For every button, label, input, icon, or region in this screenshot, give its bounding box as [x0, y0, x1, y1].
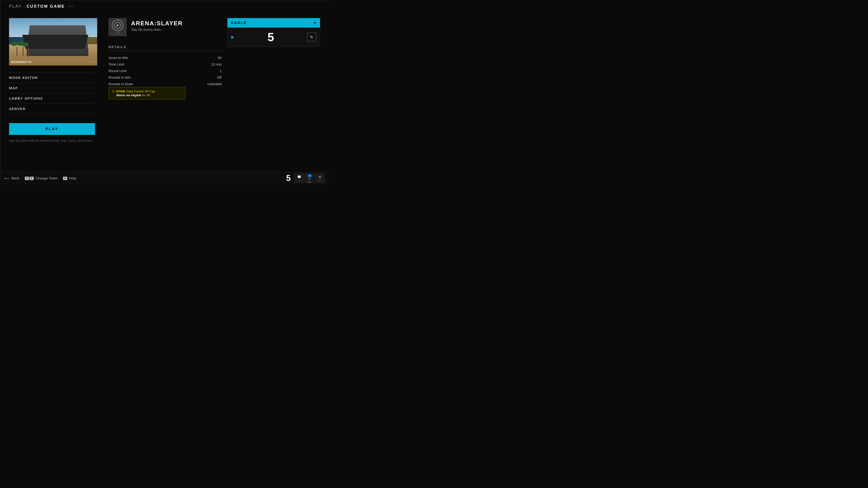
- detail-value-rounds-draw: Unlimited: [207, 82, 221, 86]
- detail-label-rounds-draw: Rounds to Draw: [108, 82, 133, 86]
- top-border: [0, 0, 329, 0]
- team-arrow-icon: ▶: [231, 35, 235, 39]
- palm-tree-3: [25, 43, 32, 57]
- xp-not-eligible-suffix: for XP: [142, 94, 150, 97]
- help-action[interactable]: G Help: [63, 176, 76, 180]
- detail-label-round-limit: Round Limit: [108, 69, 127, 73]
- map-building-underside: [22, 35, 89, 49]
- refresh-icon: ↻: [310, 35, 313, 39]
- xp-not-eligible-bold: Match not eligible: [116, 94, 141, 97]
- detail-value-rounds-win: Off: [217, 75, 221, 79]
- play-button-label: PLAY: [45, 127, 58, 131]
- players-key: Tab: [307, 181, 311, 183]
- xp-warning: ⚠ 0/7500 Daily Custom XP Cap Match not e…: [108, 87, 185, 99]
- team-content: ▶ 5 ↻: [227, 28, 320, 47]
- palm-leaves-3: [22, 42, 29, 47]
- xp-cap-amount: 0/7500: [116, 90, 125, 93]
- mode-icon-circle: [114, 22, 121, 29]
- xp-warning-line1: ⚠ 0/7500 Daily Custom XP Cap: [112, 90, 182, 93]
- back-action[interactable]: ⟵ Back: [4, 176, 20, 181]
- settings-key: F1: [318, 179, 321, 182]
- header-dot-1: [69, 6, 70, 7]
- team-score: 5: [268, 31, 274, 43]
- header-separator: ›: [24, 5, 25, 8]
- back-key-icon: ⟵: [4, 176, 10, 181]
- detail-row-rounds-draw: Rounds to Draw Unlimited: [108, 80, 221, 87]
- xp-cap-label: Daily Custom XP Cap: [127, 90, 155, 93]
- bottom-actions: ⟵ Back 0 E Change Team G Help: [4, 176, 286, 181]
- left-menu: MODE EDITOR MAP LOBBY OPTIONS SERVER: [9, 72, 95, 114]
- back-label: Back: [11, 176, 20, 180]
- mode-icon: v1.0: [108, 18, 127, 36]
- bottom-bar: ⟵ Back 0 E Change Team G Help 5 💬 Y: [0, 172, 329, 184]
- header: PLAY › CUSTOM GAME: [9, 4, 72, 9]
- players-count: 0: [309, 177, 310, 180]
- detail-row-round-limit: Round Limit 1: [108, 68, 221, 74]
- detail-value-score: 50: [218, 56, 221, 60]
- warning-icon: ⚠: [112, 90, 115, 93]
- mode-section: v1.0 ARENA:SLAYER Slay the enemy team.: [108, 18, 221, 36]
- menu-item-lobby-options[interactable]: LOBBY OPTIONS: [9, 93, 95, 104]
- header-dot-2: [71, 6, 72, 7]
- left-border: [0, 0, 1, 184]
- team-name: EAGLE: [231, 21, 247, 25]
- detail-label-time: Time Limit: [108, 62, 124, 66]
- team-panel: EAGLE ✦ ▶ 5 ↻: [227, 18, 320, 47]
- menu-item-map[interactable]: MAP: [9, 83, 95, 93]
- map-name-label: BEHEMOTH: [11, 60, 32, 64]
- detail-value-time: 12 min: [211, 62, 221, 66]
- change-team-action[interactable]: 0 E Change Team: [25, 176, 58, 180]
- settings-icon: ⚙: [318, 175, 321, 179]
- detail-row-rounds-win: Rounds to Win Off: [108, 74, 221, 80]
- chat-icon: 💬: [297, 175, 301, 179]
- team-header: EAGLE ✦: [227, 18, 320, 28]
- bottom-right: 5 💬 Y 👥 0 Tab ⚙ F1: [286, 173, 324, 183]
- details-header: DETAILS: [108, 45, 221, 51]
- header-dots: [69, 6, 72, 7]
- players-button[interactable]: 👥 0 Tab: [305, 173, 314, 183]
- help-label: Help: [69, 176, 76, 180]
- detail-value-round-limit: 1: [220, 69, 221, 73]
- mode-version: v1.0: [112, 32, 123, 35]
- play-button[interactable]: PLAY: [9, 123, 95, 135]
- palm-leaves-1: [11, 41, 18, 46]
- bottom-icons: 💬 Y 👥 0 Tab ⚙ F1: [294, 173, 324, 183]
- details-section: DETAILS Score to Win 50 Time Limit 12 mi…: [108, 45, 221, 87]
- chat-button[interactable]: 💬 Y: [294, 173, 304, 183]
- players-icon: 👥: [308, 173, 311, 177]
- team-refresh-button[interactable]: ↻: [307, 33, 316, 41]
- palm-trunk-1: [17, 47, 18, 56]
- header-title: CUSTOM GAME: [26, 4, 65, 9]
- map-thumbnail: BEHEMOTH V1.0: [9, 18, 97, 66]
- bottom-score: 5: [286, 174, 291, 182]
- play-description: Start the game with the selected mode, m…: [9, 139, 95, 142]
- palm-trunk-2: [23, 47, 24, 56]
- change-team-key-0: 0: [25, 177, 29, 180]
- help-key-g: G: [63, 177, 67, 180]
- change-team-key-combo: 0 E: [25, 177, 34, 180]
- xp-warning-line2: Match not eligible for XP: [112, 94, 182, 97]
- detail-row-time: Time Limit 12 min: [108, 61, 221, 68]
- header-play: PLAY: [9, 4, 22, 9]
- mode-icon-inner: [112, 20, 123, 31]
- map-image: [9, 18, 97, 66]
- change-team-label: Change Team: [35, 176, 58, 180]
- settings-button[interactable]: ⚙ F1: [315, 173, 324, 183]
- detail-label-score: Score to Win: [108, 56, 128, 60]
- palm-trunk-3: [28, 48, 29, 57]
- menu-item-mode-editor[interactable]: MODE EDITOR: [9, 72, 95, 83]
- map-version-label: V1.0: [88, 60, 95, 64]
- help-key-combo: G: [63, 177, 67, 180]
- chat-key: Y: [298, 179, 300, 182]
- detail-label-rounds-win: Rounds to Win: [108, 75, 131, 79]
- back-key-combo: ⟵: [4, 176, 10, 181]
- detail-row-score: Score to Win 50: [108, 55, 221, 61]
- change-team-key-e: E: [30, 177, 34, 180]
- mode-icon-dot: [117, 24, 119, 26]
- menu-item-server[interactable]: SERVER: [9, 104, 95, 114]
- team-emblem-icon: ✦: [313, 20, 316, 25]
